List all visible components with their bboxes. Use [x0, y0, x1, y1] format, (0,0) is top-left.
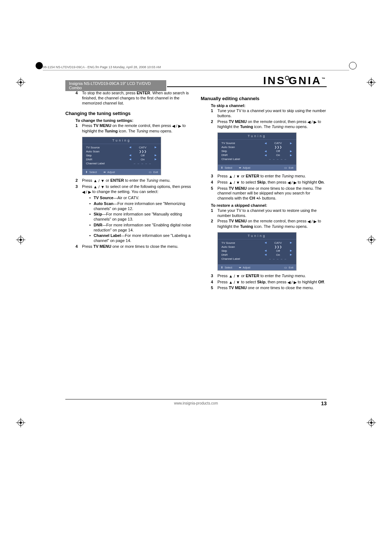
frame-header: 08-1154 NS-LTDVD19-09CA - ENG.fm Page 13… — [43, 65, 349, 70]
step-item: 3Press ▲ / ▼ or ENTER to enter the Tunin… — [211, 274, 327, 279]
registration-mark-icon — [16, 78, 25, 87]
tuning-menu-figure: Tuning TV Source◀CATV▶ Auto Scan❯❯❯ Skip… — [217, 132, 297, 171]
tuning-menu-figure: Tuning TV Source◀CATV▶ Auto Scan❯❯❯ Skip… — [217, 232, 297, 271]
footer-select: ⬍Select — [85, 171, 97, 174]
right-arrow-icon: ▶ — [154, 158, 157, 161]
procedure-heading: To change the tuning settings: — [75, 118, 191, 123]
menu-row-dnr: DNR◀On▶ — [218, 253, 296, 257]
up-down-arrow-icon: ⬍ — [85, 171, 88, 174]
left-right-arrow-icon: ◀ / ▶ — [307, 120, 317, 125]
section-heading: Changing the tuning settings — [65, 111, 191, 116]
step-item: 1Tune your TV to a channel you want to s… — [211, 108, 327, 119]
step-item: 2 Press ▲ / ▼ or ENTER to enter the Tuni… — [75, 178, 191, 184]
footer-exit: ▭Exit — [149, 171, 158, 174]
menu-row-tv-source: TV Source◀CATV▶ — [218, 241, 296, 245]
step-item: 2Press TV MENU on the remote control, th… — [211, 219, 327, 229]
step-item: 5Press TV MENU one or more times to clos… — [211, 286, 327, 291]
menu-row-auto-scan: Auto Scan❯❯❯ — [218, 245, 296, 249]
left-right-arrow-icon: ⬌ — [103, 171, 106, 174]
menu-row-tv-source: TV Source◀CATV▶ — [218, 141, 296, 145]
registration-mark-icon — [367, 78, 376, 87]
left-right-arrow-icon: ◀ / ▶ — [287, 280, 297, 285]
menu-row-channel-label: Channel Label– – – – – — [82, 161, 161, 165]
left-arrow-icon: ◀ — [128, 154, 132, 157]
step-item: 2Press TV MENU on the remote control, th… — [211, 119, 327, 130]
divider — [167, 86, 327, 87]
procedure-heading: To restore a skipped channel: — [211, 203, 327, 208]
bullet-item: Channel Label—For more information see "… — [89, 233, 191, 243]
footer-adjust: ⬌Adjust — [103, 171, 115, 174]
menu-icon: ▭ — [149, 171, 152, 174]
brand-logo: INSGNIA™ — [263, 74, 327, 87]
menu-row-skip: Skip◀Off▶ — [82, 153, 161, 157]
registration-mark-icon — [367, 418, 376, 427]
up-down-arrow-icon: ▲ / ▼ — [229, 280, 240, 285]
step-item: 4 Press TV MENU one or more times to clo… — [75, 244, 191, 249]
registration-mark-icon — [16, 418, 25, 427]
registration-mark-icon — [348, 61, 358, 70]
page-number: 13 — [321, 401, 327, 406]
bullet-item: DNR—For more information see "Enabling d… — [89, 223, 191, 233]
menu-row-auto-scan: Auto Scan❯❯❯ — [82, 149, 161, 153]
step-item: 5Press TV MENU one or more times to clos… — [211, 186, 327, 201]
menu-row-auto-scan: Auto Scan❯❯❯ — [218, 145, 296, 149]
step-item: 4Press ▲ / ▼ to select Skip, then press … — [211, 180, 327, 185]
up-down-arrow-icon: ▲ / ▼ — [229, 174, 240, 179]
right-arrow-icon: ▶ — [154, 146, 157, 149]
frame-header-text: 08-1154 NS-LTDVD19-09CA - ENG.fm Page 13… — [43, 65, 161, 69]
step-item: 1 Press TV MENU on the remote control, t… — [75, 123, 191, 134]
product-bar: Insignia NS-LTDVD19-09CA 19" LCD TV/DVD … — [65, 80, 166, 91]
step-item: 3Press ▲ / ▼ or ENTER to enter the Tunin… — [211, 174, 327, 179]
tuning-menu-title: Tuning — [82, 137, 161, 144]
left-column: 4 To stop the auto search, press ENTER. … — [65, 91, 191, 291]
menu-row-dnr: DNR◀On▶ — [218, 153, 296, 157]
up-down-arrow-icon: ▲ / ▼ — [93, 185, 105, 190]
up-down-arrow-icon: ▲ / ▼ — [93, 178, 105, 184]
up-down-arrow-icon: ▲ / ▼ — [229, 274, 240, 279]
footer-url: www.insignia-products.com — [0, 401, 392, 405]
left-arrow-icon: ◀ — [128, 146, 132, 149]
svg-point-24 — [36, 62, 43, 69]
step-item: 3 Press ▲ / ▼ to select one of the follo… — [75, 184, 191, 243]
left-right-arrow-icon: ◀ / ▶ — [172, 124, 181, 129]
left-right-arrow-icon: ◀ / ▶ — [82, 190, 91, 195]
content-columns: 4 To stop the auto search, press ENTER. … — [65, 91, 327, 291]
left-right-arrow-icon: ◀ / ▶ — [307, 219, 317, 224]
svg-point-25 — [349, 62, 356, 69]
bullet-item: Auto Scan—For more information see "Memo… — [89, 201, 191, 212]
menu-row-dnr: DNR◀On▶ — [82, 157, 161, 161]
bullet-item: Skip—For more information see "Manually … — [89, 212, 191, 222]
tuning-menu-figure: Tuning TV Source◀CATV▶ Auto Scan❯❯❯ Skip… — [82, 137, 161, 175]
section-heading: Manually editing channels — [201, 96, 327, 101]
menu-row-skip: Skip◀Off▶ — [218, 249, 296, 253]
step-item: 4 To stop the auto search, press ENTER. … — [75, 91, 191, 106]
up-down-arrow-icon: ▲ / ▼ — [229, 180, 240, 185]
menu-row-channel-label: Channel Label– – – – – — [218, 157, 296, 161]
right-column: Manually editing channels To skip a chan… — [201, 91, 327, 291]
divider — [65, 399, 327, 399]
menu-row-skip: Skip◀Off▶ — [218, 149, 296, 153]
left-arrow-icon: ◀ — [128, 158, 132, 161]
manual-page: 08-1154 NS-LTDVD19-09CA - ENG.fm Page 13… — [0, 0, 392, 554]
procedure-heading: To skip a channel: — [211, 103, 327, 108]
left-right-arrow-icon: ◀ / ▶ — [287, 180, 297, 185]
menu-row-channel-label: Channel Label– – – – – — [218, 257, 296, 261]
registration-mark-icon — [367, 235, 376, 245]
right-arrow-icon: ▶ — [154, 154, 157, 157]
registration-mark-icon — [16, 235, 25, 245]
bullet-item: TV Source—Air or CATV. — [89, 196, 191, 201]
step-item: 4Press ▲ / ▼ to select Skip, then press … — [211, 280, 327, 285]
step-item: 1Tune your TV to a channel you want to r… — [211, 208, 327, 218]
menu-row-tv-source: TV Source◀CATV▶ — [82, 145, 161, 149]
